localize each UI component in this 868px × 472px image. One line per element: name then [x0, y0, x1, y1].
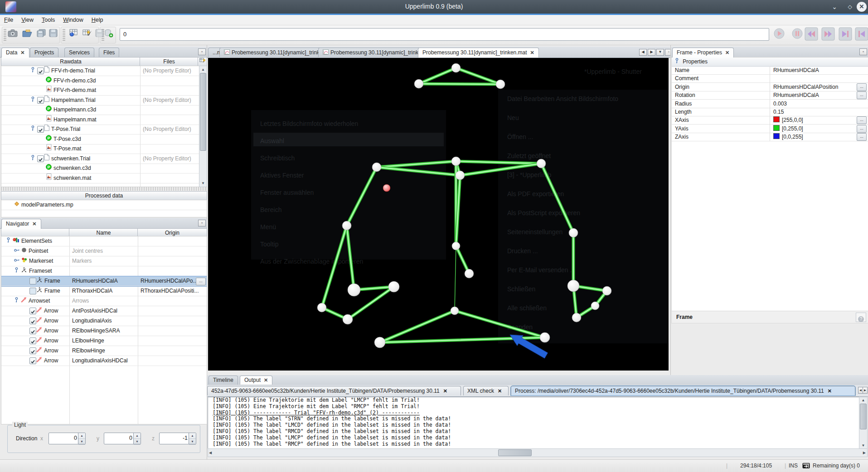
scroll-up-icon[interactable]: ▲: [199, 67, 207, 72]
table-row-mat[interactable]: T-Pose.mat: [1, 144, 199, 154]
table-row-trial[interactable]: schwenken.Trial(No Property Editor): [1, 154, 199, 164]
scroll-down-icon[interactable]: ▼: [199, 181, 207, 185]
ellipsis-button[interactable]: ...: [857, 116, 867, 124]
table-row-elementsets[interactable]: ElementSets: [1, 236, 207, 246]
table-row-c3d[interactable]: Pschwenken.c3d: [1, 164, 199, 173]
checkbox[interactable]: [37, 67, 44, 74]
checkbox[interactable]: [29, 318, 36, 324]
light-y-stepper[interactable]: 0▲▼: [104, 433, 141, 444]
table-row-arrow[interactable]: ArrowLElbowHinge: [1, 336, 207, 346]
splitter-handle[interactable]: [1, 187, 206, 191]
table-row-c3d[interactable]: PT-Pose.c3d: [1, 135, 199, 144]
ellipsis-button[interactable]: ...: [857, 133, 867, 141]
subtab-scroll-right-icon[interactable]: ▸: [863, 387, 868, 394]
menu-window[interactable]: Window: [59, 15, 87, 25]
table-wizard-icon[interactable]: [198, 57, 207, 66]
table-row-markerset[interactable]: MarkersetMarkers: [1, 256, 207, 266]
rawdata-scrollbar[interactable]: ▲ ▼: [199, 66, 207, 187]
fast-forward-button[interactable]: [821, 27, 835, 41]
close-icon[interactable]: ✕: [725, 50, 729, 55]
minimize-window-icon[interactable]: ⌄: [829, 2, 840, 11]
light-x-stepper[interactable]: 0▲▼: [48, 433, 86, 444]
open-icon[interactable]: [21, 27, 34, 40]
ellipsis-button[interactable]: ...: [196, 278, 206, 285]
close-icon[interactable]: ✕: [828, 388, 832, 394]
rawdata-column-header[interactable]: Rawdata: [1, 57, 141, 66]
table-row-arrow[interactable]: ArrowRElbowHingeSARA: [1, 326, 207, 336]
list-item-processed[interactable]: modelParameters.mp: [1, 200, 207, 210]
table-row-trial[interactable]: T-Pose.Trial(No Property Editor): [1, 125, 199, 135]
table-icon[interactable]: [67, 27, 80, 40]
processed-data-header[interactable]: Processed data: [1, 191, 207, 200]
navigator-minimize-icon[interactable]: ▫: [198, 220, 206, 226]
table-row-pointset[interactable]: PointsetJoint centres: [1, 246, 207, 256]
left-panel-minimize-icon[interactable]: ▫: [198, 48, 206, 55]
ellipsis-button[interactable]: ...: [857, 125, 867, 133]
rewind-button[interactable]: [805, 27, 818, 41]
expander-icon[interactable]: [30, 96, 35, 105]
play-button[interactable]: [773, 27, 786, 41]
tab-list-icon[interactable]: ▼: [656, 49, 664, 56]
log-vscrollbar[interactable]: ▲ ▼: [859, 397, 868, 449]
checkbox[interactable]: [37, 155, 44, 162]
tab-timeline[interactable]: Timeline: [209, 376, 238, 385]
tab-services[interactable]: Services: [64, 48, 94, 57]
properties-minimize-icon[interactable]: ▫: [859, 48, 867, 55]
save-all-icon[interactable]: [35, 27, 48, 40]
expander-icon[interactable]: [30, 66, 35, 76]
table-row-frame[interactable]: FrameRThoraxHDCalARThoraxHDCalAPositi...: [1, 286, 207, 296]
tab-process-0[interactable]: 452a-47d5-9063-6660ee05c32b/Kunden/Herti…: [207, 386, 461, 395]
viewport-3d[interactable]: Letztes Bildschirmfoto wiederholenAuswah…: [208, 58, 669, 371]
close-icon[interactable]: ✕: [443, 388, 447, 394]
table-row-c3d[interactable]: PHampelmann.c3d: [1, 105, 199, 115]
ellipsis-button[interactable]: ...: [857, 83, 867, 91]
tab-navigator[interactable]: Navigator✕: [1, 219, 41, 229]
checkbox[interactable]: [29, 328, 36, 334]
close-icon[interactable]: ✕: [32, 221, 36, 226]
table-row-arrow[interactable]: ArrowLongitudinalAxisHDCal: [1, 356, 207, 366]
checkbox[interactable]: [29, 337, 36, 344]
frame-number-input[interactable]: 0: [120, 28, 769, 41]
scroll-right-icon[interactable]: ▶: [863, 451, 866, 455]
table-row-frame[interactable]: FrameRHumuersHDCalARHumuersHDCalAPo.....…: [1, 276, 207, 286]
tab-process-1[interactable]: XML check✕: [463, 386, 509, 395]
checkbox[interactable]: [29, 308, 36, 314]
pause-button[interactable]: [791, 27, 805, 41]
checkbox[interactable]: [29, 357, 36, 364]
maximize-window-icon[interactable]: ◇: [844, 2, 856, 11]
checkbox[interactable]: [29, 288, 36, 294]
menu-view[interactable]: View: [17, 15, 38, 25]
close-icon[interactable]: ✕: [264, 377, 268, 383]
tab-scroll-left-icon[interactable]: ◀: [639, 49, 647, 56]
table-row-frameset[interactable]: Frameset: [1, 266, 207, 276]
db-add-icon[interactable]: [102, 27, 115, 40]
tab-viewport-3[interactable]: Probemessung 30.11[dynamic]_trinken.mat✕: [418, 48, 539, 58]
skip-start-button[interactable]: [855, 27, 868, 41]
table-row-mat[interactable]: Hampelmann.mat: [1, 115, 199, 125]
camera-icon[interactable]: [6, 27, 19, 40]
light-z-stepper[interactable]: -1▲▼: [159, 433, 196, 444]
tab-frame-properties[interactable]: Frame - Properties✕: [672, 48, 734, 58]
save-icon[interactable]: [47, 27, 60, 40]
close-icon[interactable]: ✕: [20, 50, 24, 55]
table-wizard-icon[interactable]: [81, 27, 93, 40]
menu-tools[interactable]: Tools: [38, 15, 59, 25]
close-window-icon[interactable]: ✕: [857, 2, 867, 12]
tab-projects[interactable]: Projects: [30, 48, 58, 57]
close-icon[interactable]: ✕: [498, 388, 502, 394]
checkbox[interactable]: [29, 347, 36, 354]
table-row-c3d[interactable]: PFFV-rh-demo.c3d: [1, 76, 199, 86]
skip-end-button[interactable]: [839, 27, 852, 41]
expander-icon[interactable]: [30, 154, 35, 164]
table-row-mat[interactable]: FFV-rh-demo.mat: [1, 86, 199, 96]
table-row-trial[interactable]: FFV-rh-demo.Trial(No Property Editor): [1, 66, 199, 76]
scroll-down-icon[interactable]: ▼: [859, 443, 867, 448]
log-hscrollbar[interactable]: ◀ ▶: [208, 448, 868, 457]
close-icon[interactable]: ✕: [530, 50, 534, 55]
log-output[interactable]: [INFO] (105) Eine Trajektorie mit dem La…: [208, 397, 864, 449]
ellipsis-button[interactable]: ...: [857, 92, 867, 99]
tab-scroll-right-icon[interactable]: ▶: [648, 49, 655, 56]
table-row-trial[interactable]: Hampelmann.Trial(No Property Editor): [1, 96, 199, 106]
table-row-mat[interactable]: schwenken.mat: [1, 173, 199, 183]
expander-icon[interactable]: [30, 125, 35, 134]
